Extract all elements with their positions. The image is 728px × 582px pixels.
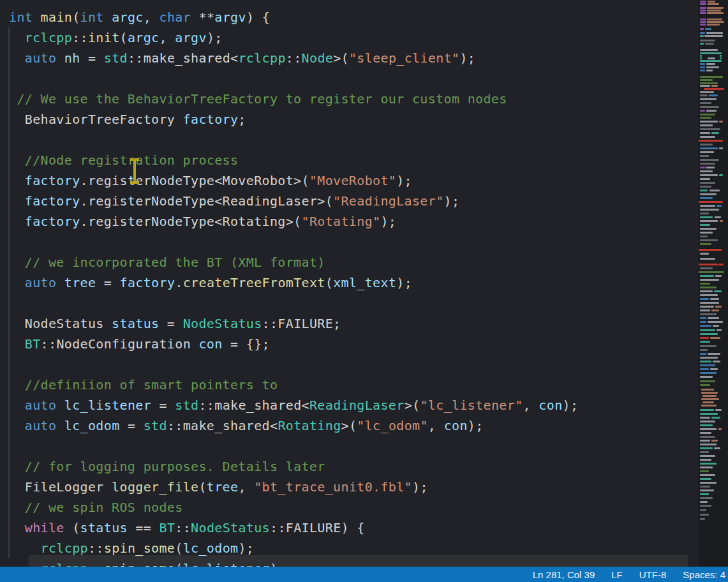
code-token: "bt_trace_unit0.fbl" xyxy=(254,479,412,495)
minimap-line xyxy=(711,85,718,87)
code-token: argc xyxy=(128,30,160,45)
code-line-4[interactable] xyxy=(9,68,578,89)
minimap-line xyxy=(700,436,715,438)
code-token: auto xyxy=(25,275,57,290)
code-token: factory xyxy=(120,275,175,290)
code-line-17[interactable]: BT::NodeConfiguration con = {}; xyxy=(9,334,578,354)
code-token: FileLogger xyxy=(9,479,112,495)
minimap-line xyxy=(700,106,719,108)
minimap-line xyxy=(700,94,708,96)
code-token xyxy=(9,398,25,413)
minimap-line xyxy=(700,147,718,149)
minimap-line xyxy=(700,361,711,362)
status-encoding[interactable]: UTF-8 xyxy=(639,569,667,580)
minimap-line xyxy=(704,88,724,90)
minimap-line xyxy=(700,216,713,218)
code-line-16[interactable]: NodeStatus status = NodeStatus::FAILURE; xyxy=(9,313,578,334)
code-line-23[interactable]: // for logging purposes. Details later xyxy=(9,456,578,477)
code-token: :: xyxy=(175,520,191,535)
minimap-line xyxy=(707,19,722,20)
code-token: , xyxy=(428,418,444,433)
code-line-2[interactable]: rclcpp::init(argc, argv); xyxy=(9,27,578,48)
code-line-9[interactable]: factory.registerNodeType<MoveRobot>("Mov… xyxy=(9,170,578,191)
minimap-line xyxy=(700,380,715,382)
minimap-line xyxy=(711,440,718,442)
minimap-line xyxy=(700,349,708,351)
status-bar: Ln 281, Col 39LFUTF-8Spaces: 4 xyxy=(0,567,728,582)
code-line-24[interactable]: FileLogger logger_file(tree, "bt_trace_u… xyxy=(9,477,578,497)
minimap-line xyxy=(707,10,721,11)
minimap-line xyxy=(700,7,706,9)
code-token: NodeStatus xyxy=(9,316,112,331)
code-token: rclcpp xyxy=(25,30,72,45)
minimap-line xyxy=(705,28,711,30)
code-line-7[interactable] xyxy=(9,130,578,150)
minimap-line xyxy=(700,341,710,343)
code-line-1[interactable]: int main(int argc, char **argv) { xyxy=(9,7,578,27)
status-indentation[interactable]: Spaces: 4 xyxy=(683,569,725,580)
code-line-27[interactable]: rclcpp::spin_some(lc_odom); xyxy=(9,538,578,558)
code-line-18[interactable] xyxy=(9,354,578,375)
code-token: argc xyxy=(112,10,144,25)
code-token xyxy=(56,50,64,66)
code-editor[interactable]: int main(int argc, char **argv) { rclcpp… xyxy=(0,0,699,567)
minimap-line xyxy=(700,159,719,161)
code-line-10[interactable]: factory.registerNodeType<ReadingLaser>("… xyxy=(9,191,578,211)
code-line-8[interactable]: //Node registration process xyxy=(9,150,578,170)
code-token xyxy=(9,193,25,209)
code-token: status xyxy=(80,520,128,535)
code-token: ; xyxy=(238,112,246,127)
status-eol-sequence[interactable]: LF xyxy=(611,569,623,580)
minimap-line xyxy=(700,224,710,226)
minimap-line xyxy=(700,424,713,426)
code-token: con xyxy=(198,336,222,352)
minimap-line xyxy=(701,398,719,400)
minimap-line xyxy=(700,466,713,468)
code-line-5[interactable]: // We use the BehaviorTreeFactory to reg… xyxy=(9,89,578,109)
code-token: ) { xyxy=(246,10,270,25)
code-token: createTreeFromText xyxy=(183,275,325,290)
minimap-line xyxy=(718,264,724,265)
code-token: ( xyxy=(175,541,182,556)
code-line-15[interactable] xyxy=(9,293,578,313)
code-token: ::NodeConfiguration xyxy=(41,336,199,352)
minimap-line xyxy=(700,428,717,430)
minimap[interactable] xyxy=(699,0,728,567)
code-token: rclcpp xyxy=(41,561,88,567)
minimap-line xyxy=(708,3,719,5)
code-line-25[interactable]: // we spin ROS nodes xyxy=(9,497,578,518)
code-line-14[interactable]: auto tree = factory.createTreeFromText(x… xyxy=(9,272,578,293)
minimap-line xyxy=(700,3,706,5)
code-line-6[interactable]: BehaviorTreeFactory factory; xyxy=(9,109,578,130)
code-line-12[interactable] xyxy=(9,232,578,252)
code-line-22[interactable] xyxy=(9,436,578,456)
status-cursor-position[interactable]: Ln 281, Col 39 xyxy=(533,569,595,580)
code-line-13[interactable]: // we incorporated the BT (XML format) xyxy=(9,252,578,272)
code-line-21[interactable]: auto lc_odom = std::make_shared<Rotating… xyxy=(9,415,578,436)
minimap-line xyxy=(700,132,710,134)
minimap-line xyxy=(700,174,718,176)
minimap-line xyxy=(700,232,713,234)
minimap-line xyxy=(708,1,715,3)
minimap-line xyxy=(700,193,717,195)
minimap-line xyxy=(700,470,709,472)
code-line-26[interactable]: while (status == BT::NodeStatus::FAILURE… xyxy=(9,518,578,538)
minimap-line xyxy=(700,167,705,168)
code-line-28[interactable]: rclcpp::spin_some(lc_listener); xyxy=(9,558,578,567)
minimap-line xyxy=(707,24,720,26)
minimap-line xyxy=(700,24,706,26)
code-token: status xyxy=(112,316,159,331)
code-line-3[interactable]: auto nh = std::make_shared<rclcpp::Node>… xyxy=(9,48,578,68)
minimap-line xyxy=(700,102,711,104)
code-token: ::make_shared< xyxy=(128,50,238,66)
minimap-line xyxy=(700,21,706,23)
minimap-line xyxy=(700,298,709,300)
code-token: // we incorporated the BT (XML format) xyxy=(9,255,325,270)
code-line-19[interactable]: //definiion of smart pointers to xyxy=(9,375,578,395)
minimap-line xyxy=(700,514,709,516)
code-token: NodeStatus xyxy=(191,520,270,535)
code-token: = xyxy=(80,50,104,66)
code-token xyxy=(56,398,64,413)
code-line-11[interactable]: factory.registerNodeType<Rotating>("Rota… xyxy=(9,211,578,232)
code-line-20[interactable]: auto lc_listener = std::make_shared<Read… xyxy=(9,395,578,415)
